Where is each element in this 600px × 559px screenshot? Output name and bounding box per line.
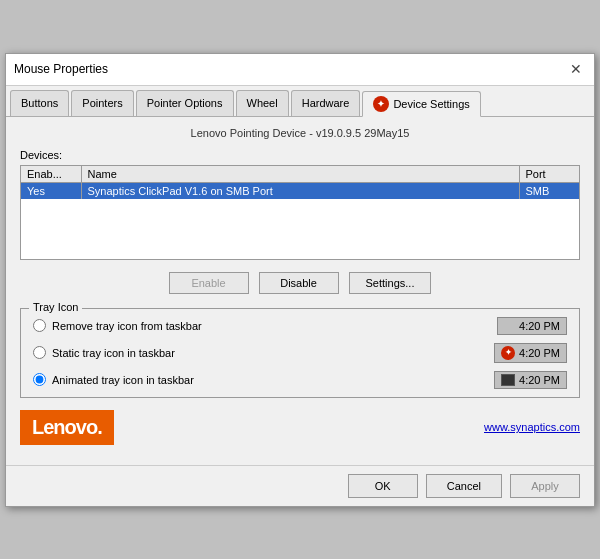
mouse-properties-window: Mouse Properties ✕ Buttons Pointers Poin… <box>5 53 595 507</box>
tray-option-static: Static tray icon in taskbar ✦ 4:20 PM <box>33 343 567 363</box>
row-port: SMB <box>519 182 579 199</box>
row-enabled: Yes <box>21 182 81 199</box>
devices-table-container: Enab... Name Port Yes Synaptics ClickPad… <box>20 165 580 260</box>
main-content: Lenovo Pointing Device - v19.0.9.5 29May… <box>6 117 594 465</box>
window-title: Mouse Properties <box>14 62 108 76</box>
bottom-area: Lenovo. www.synaptics.com <box>20 410 580 445</box>
monitor-icon <box>501 374 515 386</box>
tray-label-animated: Animated tray icon in taskbar <box>52 374 494 386</box>
action-buttons: Enable Disable Settings... <box>20 272 580 294</box>
tab-pointer-options[interactable]: Pointer Options <box>136 90 234 116</box>
tray-preview-animated: 4:20 PM <box>494 371 567 389</box>
tray-radio-static[interactable] <box>33 346 46 359</box>
tray-label-static: Static tray icon in taskbar <box>52 347 494 359</box>
synaptics-icon-static: ✦ <box>501 346 515 360</box>
tray-label-remove: Remove tray icon from taskbar <box>52 320 497 332</box>
tray-section-legend: Tray Icon <box>29 301 82 313</box>
row-device-name: Synaptics ClickPad V1.6 on SMB Port <box>81 182 519 199</box>
col-header-name: Name <box>81 166 519 183</box>
col-header-enabled: Enab... <box>21 166 81 183</box>
devices-table: Enab... Name Port Yes Synaptics ClickPad… <box>21 166 579 259</box>
footer-buttons: OK Cancel Apply <box>6 465 594 506</box>
cancel-button[interactable]: Cancel <box>426 474 502 498</box>
synaptics-link[interactable]: www.synaptics.com <box>484 421 580 433</box>
device-settings-icon: ✦ <box>373 96 389 112</box>
ok-button[interactable]: OK <box>348 474 418 498</box>
settings-button[interactable]: Settings... <box>349 272 432 294</box>
lenovo-logo: Lenovo. <box>20 410 114 445</box>
col-header-port: Port <box>519 166 579 183</box>
tray-icon-section: Tray Icon Remove tray icon from taskbar … <box>20 308 580 398</box>
close-button[interactable]: ✕ <box>566 59 586 79</box>
tray-radio-animated[interactable] <box>33 373 46 386</box>
table-row[interactable]: Yes Synaptics ClickPad V1.6 on SMB Port … <box>21 182 579 199</box>
apply-button[interactable]: Apply <box>510 474 580 498</box>
devices-label: Devices: <box>20 149 580 161</box>
enable-button[interactable]: Enable <box>169 272 249 294</box>
tray-preview-remove: 4:20 PM <box>497 317 567 335</box>
disable-button[interactable]: Disable <box>259 272 339 294</box>
tab-bar: Buttons Pointers Pointer Options Wheel H… <box>6 86 594 117</box>
tab-wheel[interactable]: Wheel <box>236 90 289 116</box>
device-subtitle: Lenovo Pointing Device - v19.0.9.5 29May… <box>20 127 580 139</box>
tab-pointers[interactable]: Pointers <box>71 90 133 116</box>
table-empty-row <box>21 199 579 259</box>
tab-device-settings[interactable]: ✦ Device Settings <box>362 91 480 117</box>
title-bar: Mouse Properties ✕ <box>6 54 594 86</box>
tab-hardware[interactable]: Hardware <box>291 90 361 116</box>
tray-radio-remove[interactable] <box>33 319 46 332</box>
tab-buttons[interactable]: Buttons <box>10 90 69 116</box>
tray-option-animated: Animated tray icon in taskbar 4:20 PM <box>33 371 567 389</box>
tray-option-remove: Remove tray icon from taskbar 4:20 PM <box>33 317 567 335</box>
tray-preview-static: ✦ 4:20 PM <box>494 343 567 363</box>
